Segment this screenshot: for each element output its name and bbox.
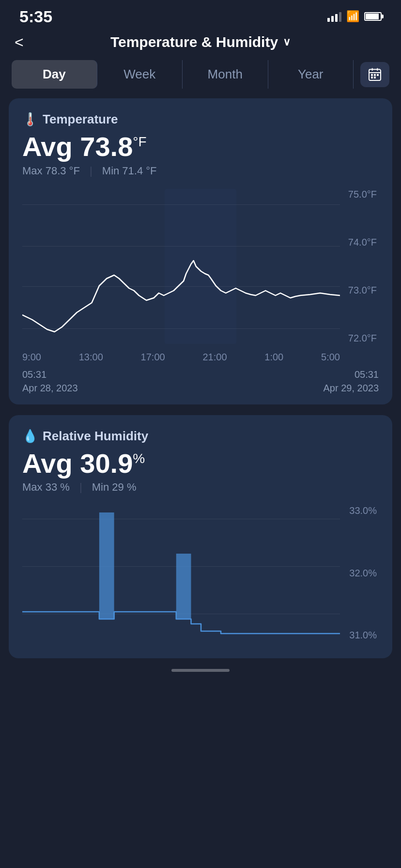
header-title: Temperature & Humidity ∨ <box>110 34 291 50</box>
calendar-icon <box>367 67 383 82</box>
tab-week[interactable]: Week <box>97 60 183 89</box>
x-label: 9:00 <box>22 352 41 363</box>
avg-prefix: Avg <box>22 131 80 162</box>
temp-y-labels: 75.0°F 74.0°F 73.0°F 72.0°F <box>340 189 379 344</box>
temp-chart-area <box>22 189 340 344</box>
y-label: 73.0°F <box>340 285 379 296</box>
status-bar: 5:35 📶 <box>0 0 401 29</box>
temperature-card: 🌡️ Temperature Avg 73.8°F Max 78.3 °F | … <box>9 98 392 404</box>
avg-prefix: Avg <box>22 448 80 479</box>
thermometer-icon: 🌡️ <box>22 112 38 127</box>
temperature-header: 🌡️ Temperature <box>22 112 379 127</box>
temp-chart-dates: 05:31 Apr 28, 2023 05:31 Apr 29, 2023 <box>22 368 379 395</box>
y-label: 74.0°F <box>340 237 379 248</box>
svg-rect-5 <box>374 74 376 76</box>
temperature-chart: 75.0°F 74.0°F 73.0°F 72.0°F <box>22 189 379 344</box>
temp-max: Max 78.3 °F <box>22 165 80 177</box>
svg-rect-4 <box>371 74 373 76</box>
hum-chart-area <box>22 505 340 641</box>
temp-date-start: 05:31 Apr 28, 2023 <box>22 368 78 395</box>
x-label: 21:00 <box>202 352 227 363</box>
tab-bar: Day Week Month Year <box>0 60 401 89</box>
header: < Temperature & Humidity ∨ <box>0 29 401 60</box>
y-label: 72.0°F <box>340 333 379 344</box>
scroll-indicator <box>171 669 230 672</box>
temp-min: Min 71.4 °F <box>102 165 157 177</box>
svg-rect-8 <box>374 77 376 78</box>
humidity-avg: Avg 30.9% <box>22 449 379 479</box>
hum-min: Min 29 % <box>92 481 137 493</box>
humidity-label: Relative Humidity <box>43 429 148 444</box>
temperature-label: Temperature <box>43 112 118 127</box>
tab-year[interactable]: Year <box>268 60 354 89</box>
x-label: 1:00 <box>264 352 283 363</box>
signal-icon <box>327 11 341 22</box>
hum-y-labels: 33.0% 32.0% 31.0% <box>340 505 379 641</box>
tab-day[interactable]: Day <box>12 60 97 89</box>
page-title: Temperature & Humidity <box>110 34 278 50</box>
humidity-minmax: Max 33 % | Min 29 % <box>22 481 379 494</box>
droplet-icon: 💧 <box>22 429 38 444</box>
temp-date-end: 05:31 Apr 29, 2023 <box>323 368 379 395</box>
x-label: 17:00 <box>141 352 165 363</box>
hum-y-label: 32.0% <box>340 568 379 579</box>
dropdown-chevron-icon[interactable]: ∨ <box>283 36 291 48</box>
svg-rect-10 <box>176 554 191 619</box>
tab-month[interactable]: Month <box>183 60 268 89</box>
humidity-header: 💧 Relative Humidity <box>22 429 379 444</box>
status-time: 5:35 <box>19 7 52 26</box>
svg-rect-9 <box>99 512 114 619</box>
calendar-button[interactable] <box>360 62 389 87</box>
svg-rect-6 <box>377 74 379 76</box>
wifi-icon: 📶 <box>346 10 359 23</box>
hum-max: Max 33 % <box>22 481 70 493</box>
x-label: 5:00 <box>321 352 340 363</box>
temperature-avg: Avg 73.8°F <box>22 132 379 162</box>
humidity-chart: 33.0% 32.0% 31.0% <box>22 505 379 641</box>
humidity-card: 💧 Relative Humidity Avg 30.9% Max 33 % |… <box>9 415 392 659</box>
back-button[interactable]: < <box>15 33 24 51</box>
hum-y-label: 33.0% <box>340 505 379 516</box>
status-icons: 📶 <box>327 10 382 23</box>
temp-chart-svg <box>22 189 340 344</box>
x-label: 13:00 <box>79 352 103 363</box>
hum-chart-svg <box>22 505 340 641</box>
y-label: 75.0°F <box>340 189 379 200</box>
battery-icon <box>364 12 382 21</box>
temp-x-labels: 9:00 13:00 17:00 21:00 1:00 5:00 <box>22 352 379 363</box>
temperature-minmax: Max 78.3 °F | Min 71.4 °F <box>22 165 379 177</box>
hum-y-label: 31.0% <box>340 630 379 641</box>
svg-rect-7 <box>371 77 373 78</box>
